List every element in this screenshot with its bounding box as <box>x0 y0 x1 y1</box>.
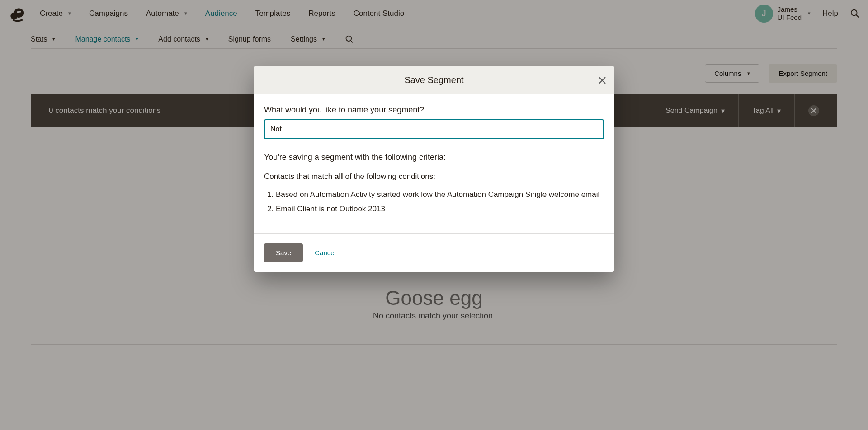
cancel-button[interactable]: Cancel <box>315 249 336 257</box>
match-suffix: of the following conditions: <box>343 172 435 181</box>
segment-name-input[interactable] <box>264 119 604 139</box>
criteria-item: Based on Automation Activity started wor… <box>276 187 604 202</box>
modal-title: Save Segment <box>404 75 463 85</box>
match-line: Contacts that match all of the following… <box>264 172 604 181</box>
match-prefix: Contacts that match <box>264 172 335 181</box>
modal-close-button[interactable] <box>598 76 607 85</box>
modal-body: What would you like to name your segment… <box>254 94 614 233</box>
criteria-description: You're saving a segment with the followi… <box>264 153 604 162</box>
criteria-list: Based on Automation Activity started wor… <box>269 187 604 217</box>
criteria-item: Email Client is not Outlook 2013 <box>276 202 604 216</box>
modal-footer: Save Cancel <box>254 233 614 272</box>
segment-name-label: What would you like to name your segment… <box>264 105 604 115</box>
match-word: all <box>335 172 343 181</box>
modal-header: Save Segment <box>254 66 614 94</box>
save-segment-modal: Save Segment What would you like to name… <box>254 66 614 272</box>
save-button[interactable]: Save <box>264 243 303 262</box>
